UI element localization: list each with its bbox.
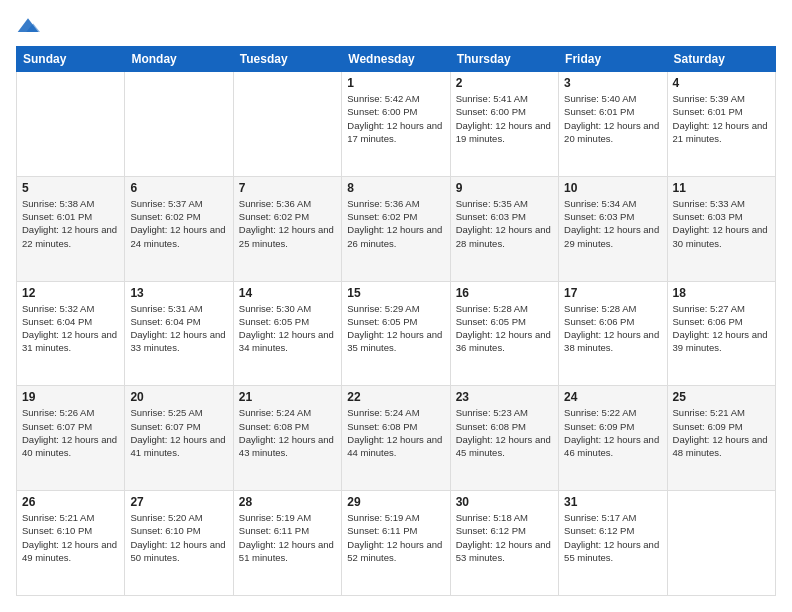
calendar-cell: 30Sunrise: 5:18 AM Sunset: 6:12 PM Dayli…	[450, 491, 558, 596]
logo	[16, 16, 44, 36]
cell-info: Sunrise: 5:36 AM Sunset: 6:02 PM Dayligh…	[239, 197, 336, 250]
week-row-4: 19Sunrise: 5:26 AM Sunset: 6:07 PM Dayli…	[17, 386, 776, 491]
calendar-cell: 26Sunrise: 5:21 AM Sunset: 6:10 PM Dayli…	[17, 491, 125, 596]
day-number: 17	[564, 286, 661, 300]
cell-info: Sunrise: 5:34 AM Sunset: 6:03 PM Dayligh…	[564, 197, 661, 250]
cell-info: Sunrise: 5:27 AM Sunset: 6:06 PM Dayligh…	[673, 302, 770, 355]
cell-info: Sunrise: 5:23 AM Sunset: 6:08 PM Dayligh…	[456, 406, 553, 459]
cell-info: Sunrise: 5:19 AM Sunset: 6:11 PM Dayligh…	[239, 511, 336, 564]
day-number: 23	[456, 390, 553, 404]
calendar-table: SundayMondayTuesdayWednesdayThursdayFrid…	[16, 46, 776, 596]
day-number: 16	[456, 286, 553, 300]
day-number: 13	[130, 286, 227, 300]
cell-info: Sunrise: 5:19 AM Sunset: 6:11 PM Dayligh…	[347, 511, 444, 564]
cell-info: Sunrise: 5:29 AM Sunset: 6:05 PM Dayligh…	[347, 302, 444, 355]
calendar-cell: 20Sunrise: 5:25 AM Sunset: 6:07 PM Dayli…	[125, 386, 233, 491]
calendar-cell: 1Sunrise: 5:42 AM Sunset: 6:00 PM Daylig…	[342, 72, 450, 177]
cell-info: Sunrise: 5:21 AM Sunset: 6:09 PM Dayligh…	[673, 406, 770, 459]
weekday-header-sunday: Sunday	[17, 47, 125, 72]
day-number: 24	[564, 390, 661, 404]
logo-icon	[16, 16, 40, 36]
week-row-3: 12Sunrise: 5:32 AM Sunset: 6:04 PM Dayli…	[17, 281, 776, 386]
day-number: 7	[239, 181, 336, 195]
day-number: 2	[456, 76, 553, 90]
day-number: 28	[239, 495, 336, 509]
calendar-cell	[17, 72, 125, 177]
day-number: 18	[673, 286, 770, 300]
calendar-cell: 13Sunrise: 5:31 AM Sunset: 6:04 PM Dayli…	[125, 281, 233, 386]
calendar-cell: 11Sunrise: 5:33 AM Sunset: 6:03 PM Dayli…	[667, 176, 775, 281]
calendar-cell: 10Sunrise: 5:34 AM Sunset: 6:03 PM Dayli…	[559, 176, 667, 281]
calendar-cell: 18Sunrise: 5:27 AM Sunset: 6:06 PM Dayli…	[667, 281, 775, 386]
day-number: 21	[239, 390, 336, 404]
weekday-header-row: SundayMondayTuesdayWednesdayThursdayFrid…	[17, 47, 776, 72]
calendar-cell: 29Sunrise: 5:19 AM Sunset: 6:11 PM Dayli…	[342, 491, 450, 596]
day-number: 3	[564, 76, 661, 90]
day-number: 10	[564, 181, 661, 195]
cell-info: Sunrise: 5:40 AM Sunset: 6:01 PM Dayligh…	[564, 92, 661, 145]
cell-info: Sunrise: 5:38 AM Sunset: 6:01 PM Dayligh…	[22, 197, 119, 250]
cell-info: Sunrise: 5:31 AM Sunset: 6:04 PM Dayligh…	[130, 302, 227, 355]
calendar-cell: 16Sunrise: 5:28 AM Sunset: 6:05 PM Dayli…	[450, 281, 558, 386]
cell-info: Sunrise: 5:17 AM Sunset: 6:12 PM Dayligh…	[564, 511, 661, 564]
day-number: 1	[347, 76, 444, 90]
day-number: 26	[22, 495, 119, 509]
calendar-cell: 15Sunrise: 5:29 AM Sunset: 6:05 PM Dayli…	[342, 281, 450, 386]
cell-info: Sunrise: 5:24 AM Sunset: 6:08 PM Dayligh…	[347, 406, 444, 459]
calendar-cell: 12Sunrise: 5:32 AM Sunset: 6:04 PM Dayli…	[17, 281, 125, 386]
day-number: 14	[239, 286, 336, 300]
cell-info: Sunrise: 5:28 AM Sunset: 6:05 PM Dayligh…	[456, 302, 553, 355]
calendar-cell: 17Sunrise: 5:28 AM Sunset: 6:06 PM Dayli…	[559, 281, 667, 386]
calendar-cell: 7Sunrise: 5:36 AM Sunset: 6:02 PM Daylig…	[233, 176, 341, 281]
page: SundayMondayTuesdayWednesdayThursdayFrid…	[0, 0, 792, 612]
day-number: 19	[22, 390, 119, 404]
calendar-cell: 3Sunrise: 5:40 AM Sunset: 6:01 PM Daylig…	[559, 72, 667, 177]
day-number: 8	[347, 181, 444, 195]
cell-info: Sunrise: 5:26 AM Sunset: 6:07 PM Dayligh…	[22, 406, 119, 459]
weekday-header-monday: Monday	[125, 47, 233, 72]
cell-info: Sunrise: 5:24 AM Sunset: 6:08 PM Dayligh…	[239, 406, 336, 459]
day-number: 11	[673, 181, 770, 195]
calendar-cell	[125, 72, 233, 177]
calendar-cell: 14Sunrise: 5:30 AM Sunset: 6:05 PM Dayli…	[233, 281, 341, 386]
calendar-cell	[667, 491, 775, 596]
calendar-cell: 19Sunrise: 5:26 AM Sunset: 6:07 PM Dayli…	[17, 386, 125, 491]
day-number: 27	[130, 495, 227, 509]
week-row-1: 1Sunrise: 5:42 AM Sunset: 6:00 PM Daylig…	[17, 72, 776, 177]
weekday-header-saturday: Saturday	[667, 47, 775, 72]
weekday-header-friday: Friday	[559, 47, 667, 72]
day-number: 15	[347, 286, 444, 300]
cell-info: Sunrise: 5:33 AM Sunset: 6:03 PM Dayligh…	[673, 197, 770, 250]
calendar-cell: 8Sunrise: 5:36 AM Sunset: 6:02 PM Daylig…	[342, 176, 450, 281]
cell-info: Sunrise: 5:18 AM Sunset: 6:12 PM Dayligh…	[456, 511, 553, 564]
day-number: 5	[22, 181, 119, 195]
day-number: 30	[456, 495, 553, 509]
day-number: 22	[347, 390, 444, 404]
cell-info: Sunrise: 5:41 AM Sunset: 6:00 PM Dayligh…	[456, 92, 553, 145]
calendar-cell: 23Sunrise: 5:23 AM Sunset: 6:08 PM Dayli…	[450, 386, 558, 491]
calendar-cell: 25Sunrise: 5:21 AM Sunset: 6:09 PM Dayli…	[667, 386, 775, 491]
cell-info: Sunrise: 5:36 AM Sunset: 6:02 PM Dayligh…	[347, 197, 444, 250]
weekday-header-tuesday: Tuesday	[233, 47, 341, 72]
calendar-cell: 31Sunrise: 5:17 AM Sunset: 6:12 PM Dayli…	[559, 491, 667, 596]
calendar-cell: 4Sunrise: 5:39 AM Sunset: 6:01 PM Daylig…	[667, 72, 775, 177]
cell-info: Sunrise: 5:25 AM Sunset: 6:07 PM Dayligh…	[130, 406, 227, 459]
calendar-cell	[233, 72, 341, 177]
calendar-cell: 27Sunrise: 5:20 AM Sunset: 6:10 PM Dayli…	[125, 491, 233, 596]
calendar-cell: 24Sunrise: 5:22 AM Sunset: 6:09 PM Dayli…	[559, 386, 667, 491]
day-number: 4	[673, 76, 770, 90]
cell-info: Sunrise: 5:28 AM Sunset: 6:06 PM Dayligh…	[564, 302, 661, 355]
cell-info: Sunrise: 5:39 AM Sunset: 6:01 PM Dayligh…	[673, 92, 770, 145]
weekday-header-thursday: Thursday	[450, 47, 558, 72]
cell-info: Sunrise: 5:22 AM Sunset: 6:09 PM Dayligh…	[564, 406, 661, 459]
calendar-cell: 6Sunrise: 5:37 AM Sunset: 6:02 PM Daylig…	[125, 176, 233, 281]
week-row-2: 5Sunrise: 5:38 AM Sunset: 6:01 PM Daylig…	[17, 176, 776, 281]
day-number: 9	[456, 181, 553, 195]
cell-info: Sunrise: 5:21 AM Sunset: 6:10 PM Dayligh…	[22, 511, 119, 564]
calendar-cell: 2Sunrise: 5:41 AM Sunset: 6:00 PM Daylig…	[450, 72, 558, 177]
day-number: 6	[130, 181, 227, 195]
calendar-cell: 9Sunrise: 5:35 AM Sunset: 6:03 PM Daylig…	[450, 176, 558, 281]
calendar-cell: 28Sunrise: 5:19 AM Sunset: 6:11 PM Dayli…	[233, 491, 341, 596]
week-row-5: 26Sunrise: 5:21 AM Sunset: 6:10 PM Dayli…	[17, 491, 776, 596]
calendar-cell: 21Sunrise: 5:24 AM Sunset: 6:08 PM Dayli…	[233, 386, 341, 491]
